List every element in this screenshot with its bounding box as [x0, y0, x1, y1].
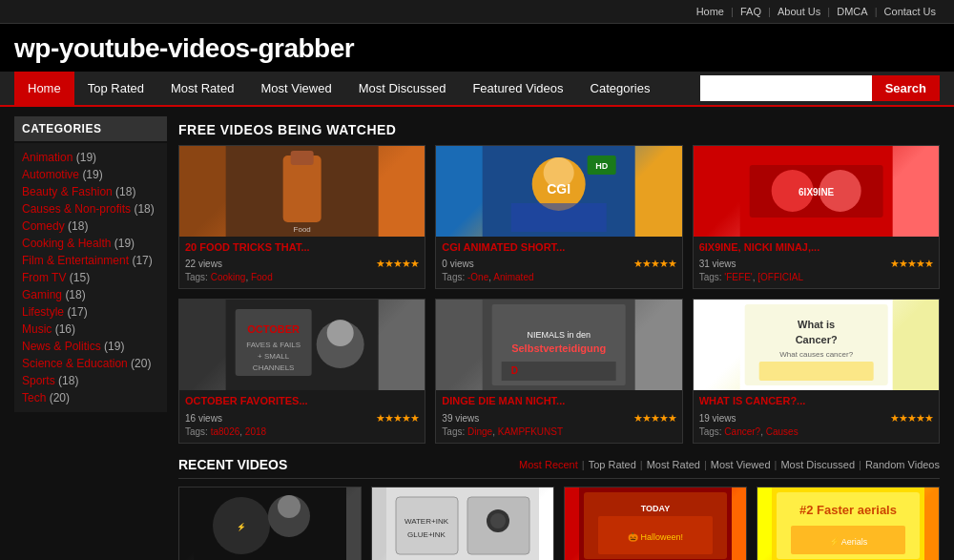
- video-card-animated[interactable]: CGI HD CGI ANIMATED SHORT... 0 views ★★★…: [435, 145, 682, 289]
- nav-most-viewed[interactable]: Most Viewed: [247, 72, 344, 105]
- svg-rect-2: [291, 151, 314, 165]
- svg-text:TODAY: TODAY: [641, 504, 671, 513]
- svg-text:Food: Food: [294, 225, 311, 234]
- video-info-music: 6IX9INE, NICKI MINAJ,... 31 views ★★★★★ …: [694, 237, 939, 288]
- recent-tab-most-viewed[interactable]: Most Viewed: [711, 459, 771, 470]
- category-beauty[interactable]: Beauty & Fashion: [22, 185, 113, 198]
- video-info-cancer: WHAT IS CANCER?... 19 views ★★★★★ Tags: …: [694, 390, 939, 442]
- svg-text:🎃 Halloween!: 🎃 Halloween!: [628, 531, 683, 543]
- svg-text:CGI: CGI: [548, 181, 571, 197]
- tag-2018[interactable]: 2018: [245, 426, 266, 437]
- video-card-october[interactable]: OCTOBER FAVES & FAILS + SMALL CHANNELS O…: [178, 299, 425, 443]
- video-thumb-october: OCTOBER FAVES & FAILS + SMALL CHANNELS: [179, 300, 425, 390]
- svg-text:CHANNELS: CHANNELS: [253, 363, 295, 372]
- recent-thumb-spooky: TODAY 🎃 Halloween!: [565, 487, 746, 560]
- recent-tab-most-rated[interactable]: Most Rated: [647, 459, 700, 470]
- video-thumb-cancer: What is Cancer? What causes cancer?: [694, 300, 939, 390]
- tag-one[interactable]: -One: [467, 272, 488, 282]
- video-title-october: OCTOBER FAVORITES...: [185, 394, 419, 407]
- tag-causes[interactable]: Causes: [766, 426, 798, 437]
- svg-rect-35: [758, 362, 873, 381]
- list-item: Tech (20): [22, 389, 159, 406]
- recent-card-kid[interactable]: WATER+INK GLUE+INK 12 KID FRIENDLY... 31…: [371, 487, 554, 560]
- search-button[interactable]: Search: [872, 75, 940, 101]
- list-item: Animation (19): [22, 149, 159, 166]
- top-link-faq[interactable]: FAQ: [740, 6, 761, 17]
- category-lifestyle[interactable]: Lifestyle: [22, 305, 64, 319]
- video-meta-october: 16 views ★★★★★: [185, 412, 419, 425]
- recent-card-spooky[interactable]: TODAY 🎃 Halloween! TRY THESE SPOOKTACULA…: [564, 487, 747, 560]
- video-card-dinge[interactable]: NIEMALS in den Selbstverteidigung D DING…: [435, 299, 682, 443]
- tag-ta8026[interactable]: ta8026: [211, 426, 240, 437]
- video-info-food: 20 FOOD TRICKS THAT... 22 views ★★★★★ Ta…: [179, 237, 425, 288]
- category-sports[interactable]: Sports: [22, 374, 55, 387]
- svg-text:Cancer?: Cancer?: [795, 334, 837, 345]
- category-film[interactable]: Film & Entertainment: [22, 254, 129, 267]
- svg-text:D: D: [511, 365, 518, 376]
- recent-card-aerials[interactable]: #2 Faster aerials ⚡ Aerials PERFECT FAST…: [757, 487, 940, 560]
- nav-categories[interactable]: Categories: [577, 72, 664, 105]
- svg-text:⚡ Aerials: ⚡ Aerials: [829, 536, 868, 548]
- category-news[interactable]: News & Politics: [22, 340, 101, 353]
- category-comedy[interactable]: Comedy: [22, 219, 65, 233]
- nav-most-discussed[interactable]: Most Discussed: [345, 72, 460, 105]
- recent-tab-random[interactable]: Random Videos: [865, 459, 940, 470]
- recent-tab-most-recent[interactable]: Most Recent: [519, 459, 578, 470]
- category-science[interactable]: Science & Education: [22, 357, 128, 370]
- recent-tab-top-rated[interactable]: Top Rated: [589, 459, 636, 470]
- thumb-svg-cancer: What is Cancer? What causes cancer?: [694, 300, 939, 390]
- tag-animated[interactable]: Animated: [493, 272, 533, 282]
- main-content: CATEGORIES Animation (19) Automotive (19…: [0, 107, 954, 560]
- nav-featured[interactable]: Featured Videos: [459, 72, 576, 105]
- tag-dinge[interactable]: Dinge: [467, 426, 492, 437]
- recent-card-dont[interactable]: ⚡ WHY YOU DON'T WANT... 49 views ★★★★★ T…: [178, 487, 362, 560]
- video-tags-cancer: Tags: Cancer?, Causes: [699, 426, 933, 437]
- svg-text:6IX9INE: 6IX9INE: [798, 187, 835, 197]
- svg-rect-42: [396, 497, 458, 554]
- svg-text:WATER+INK: WATER+INK: [404, 517, 449, 526]
- search-input[interactable]: [700, 75, 872, 101]
- video-card-music[interactable]: 6IX9INE 6IX9INE, NICKI MINAJ,... 31 view…: [693, 145, 940, 289]
- list-item: News & Politics (19): [22, 338, 159, 355]
- list-item: Lifestyle (17): [22, 303, 159, 321]
- tag-fefe[interactable]: 'FEFE': [724, 272, 752, 282]
- thumb-svg-aerials: #2 Faster aerials ⚡ Aerials: [757, 487, 939, 560]
- svg-point-47: [490, 513, 506, 529]
- thumb-svg-animated: CGI HD: [436, 146, 681, 237]
- category-cooking[interactable]: Cooking & Health: [22, 237, 111, 250]
- tag-cancer[interactable]: Cancer?: [724, 426, 760, 437]
- svg-rect-28: [502, 362, 616, 381]
- category-causes[interactable]: Causes & Non-profits: [22, 202, 131, 216]
- video-tags-october: Tags: ta8026, 2018: [185, 426, 419, 437]
- list-item: Sports (18): [22, 372, 159, 389]
- tag-food[interactable]: Food: [251, 272, 273, 282]
- recent-tab-most-discussed[interactable]: Most Discussed: [780, 459, 855, 470]
- category-tech[interactable]: Tech: [22, 391, 46, 404]
- top-link-home[interactable]: Home: [696, 6, 724, 17]
- svg-text:FAVES & FAILS: FAVES & FAILS: [246, 341, 301, 349]
- video-views-dinge: 39 views: [442, 413, 479, 424]
- nav-most-rated[interactable]: Most Rated: [157, 72, 247, 105]
- top-link-dmca[interactable]: DMCA: [837, 6, 867, 17]
- tag-official[interactable]: [OFFICIAL: [757, 272, 803, 282]
- category-automotive[interactable]: Automotive: [22, 168, 79, 181]
- video-card-cancer[interactable]: What is Cancer? What causes cancer? WHAT…: [693, 299, 940, 443]
- category-animation[interactable]: Animation: [22, 151, 73, 164]
- video-stars-animated: ★★★★★: [633, 258, 676, 270]
- recent-video-grid: ⚡ WHY YOU DON'T WANT... 49 views ★★★★★ T…: [178, 487, 940, 560]
- category-tv[interactable]: From TV: [22, 271, 66, 284]
- video-meta-dinge: 39 views ★★★★★: [442, 412, 675, 425]
- category-list: Animation (19) Automotive (19) Beauty & …: [14, 143, 167, 412]
- category-music[interactable]: Music: [22, 322, 52, 336]
- site-logo: wp-youtube-videos-grabber: [14, 33, 940, 64]
- top-link-contact[interactable]: Contact Us: [884, 6, 936, 17]
- category-gaming[interactable]: Gaming: [22, 288, 62, 301]
- svg-text:What is: What is: [798, 319, 835, 330]
- nav-search: Search: [700, 75, 940, 101]
- nav-home[interactable]: Home: [14, 72, 74, 105]
- video-card-food[interactable]: Food 20 FOOD TRICKS THAT... 22 views ★★★…: [178, 145, 425, 289]
- nav-top-rated[interactable]: Top Rated: [74, 72, 157, 105]
- tag-cooking[interactable]: Cooking: [211, 272, 246, 282]
- top-link-about[interactable]: About Us: [778, 6, 820, 17]
- tag-kampfkunst[interactable]: KAMPFKUNST: [498, 426, 563, 437]
